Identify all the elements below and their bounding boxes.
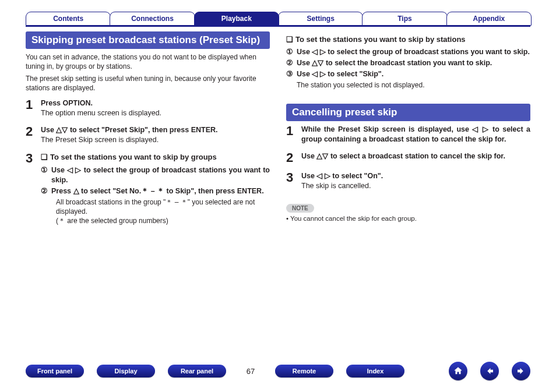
checkbox-icon: ❏	[286, 35, 295, 44]
step-number: 2	[286, 151, 301, 164]
cancel-step-3: 3 Use ◁ ▷ to select "On". The skip is ca…	[286, 171, 530, 191]
top-nav: Contents Connections Playback Settings T…	[0, 0, 556, 26]
substep-3: ③ Use ◁ ▷ to select "Skip".	[286, 69, 530, 79]
step-number: 3	[286, 171, 301, 191]
step-body: Press OPTION. The option menu screen is …	[41, 98, 270, 118]
arrow-left-icon	[484, 366, 495, 376]
link-front-panel[interactable]: Front panel	[26, 365, 84, 377]
skip-by-stations-heading: ❏ To set the stations you want to skip b…	[286, 35, 530, 44]
substep-2: ② Press △ to select "Set No.＊ – ＊ to Ski…	[41, 186, 270, 196]
right-column: ❏ To set the stations you want to skip b…	[286, 31, 530, 232]
link-remote[interactable]: Remote	[275, 365, 333, 377]
tab-tips[interactable]: Tips	[362, 12, 447, 26]
step-number: 1	[26, 98, 41, 118]
intro-paragraph-2: The preset skip setting is useful when t…	[26, 74, 270, 93]
step-body: While the Preset Skip screen is displaye…	[301, 125, 530, 144]
home-button[interactable]	[449, 362, 467, 380]
page-number: 67	[239, 367, 262, 376]
step-body: Use △▽ to select a broadcast station to …	[301, 151, 530, 164]
left-column: Skipping preset broadcast stations (Pres…	[26, 31, 270, 232]
link-display[interactable]: Display	[97, 365, 155, 377]
step-number: 2	[26, 125, 41, 145]
substep-note-2: (＊ are the selected group numbers)	[56, 216, 270, 225]
tab-appendix[interactable]: Appendix	[446, 12, 532, 26]
cancel-step-1: 1 While the Preset Skip screen is displa…	[286, 125, 530, 144]
page-content: Skipping preset broadcast stations (Pres…	[0, 27, 556, 232]
link-rear-panel[interactable]: Rear panel	[168, 365, 226, 377]
footer-nav: Front panel Display Rear panel 67 Remote…	[0, 362, 556, 380]
home-icon	[453, 366, 463, 376]
arrow-right-icon	[516, 366, 526, 376]
substep-2: ② Use △▽ to select the broadcast station…	[286, 58, 530, 68]
step-body: ❏ To set the stations you want to skip b…	[41, 152, 270, 226]
cancel-step-2: 2 Use △▽ to select a broadcast station t…	[286, 151, 530, 164]
tab-contents[interactable]: Contents	[26, 12, 111, 26]
step-list: 1 Press OPTION. The option menu screen i…	[26, 98, 270, 225]
substep-1: ① Use ◁ ▷ to select the group of broadca…	[41, 165, 270, 185]
note-badge: NOTE	[286, 204, 314, 213]
prev-page-button[interactable]	[480, 362, 499, 380]
section-heading-preset-skip: Skipping preset broadcast stations (Pres…	[26, 31, 270, 49]
substep-1: ① Use ◁ ▷ to select the group of broadca…	[286, 47, 530, 57]
step-2: 2 Use △▽ to select "Preset Skip", then p…	[26, 125, 270, 145]
section-heading-cancel-skip: Cancelling preset skip	[286, 104, 530, 121]
step-1: 1 Press OPTION. The option menu screen i…	[26, 98, 270, 118]
note-text: • You cannot cancel the skip for each gr…	[286, 215, 530, 222]
intro-paragraph-1: You can set in advance, the stations you…	[26, 52, 270, 71]
substep-note: The station you selected is not displaye…	[297, 80, 530, 90]
step-body: Use ◁ ▷ to select "On". The skip is canc…	[301, 171, 530, 191]
next-page-button[interactable]	[512, 362, 530, 380]
checkbox-icon: ❏	[41, 152, 50, 163]
link-index[interactable]: Index	[346, 365, 404, 377]
step-3: 3 ❏ To set the stations you want to skip…	[26, 152, 270, 226]
tab-connections[interactable]: Connections	[110, 12, 195, 26]
step-number: 3	[26, 152, 41, 226]
tab-settings[interactable]: Settings	[278, 12, 363, 26]
step-number: 1	[286, 125, 301, 144]
tab-playback[interactable]: Playback	[194, 12, 279, 26]
substep-note-1: All broadcast stations in the group "＊ –…	[56, 197, 270, 216]
skip-by-groups-heading: ❏ To set the stations you want to skip b…	[41, 152, 270, 163]
step-body: Use △▽ to select "Preset Skip", then pre…	[41, 125, 270, 145]
